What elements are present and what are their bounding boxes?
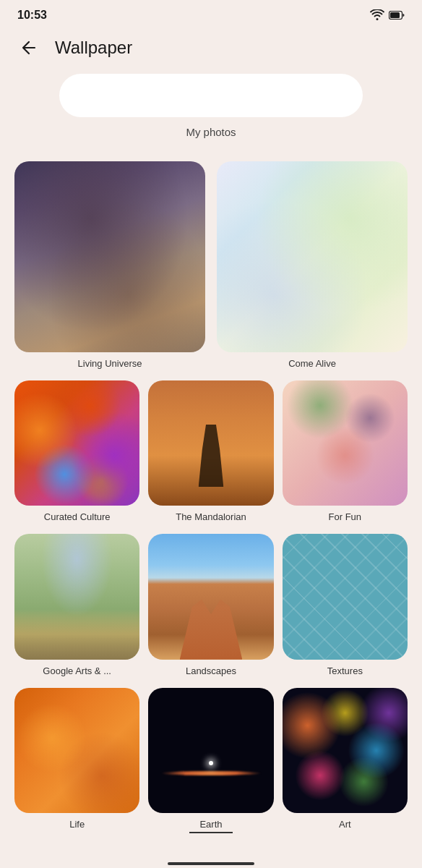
label-curated-culture: Curated Culture (44, 511, 111, 522)
thumb-life (14, 688, 139, 813)
battery-icon (389, 11, 405, 20)
small-categories-row3: Life Earth Art (14, 688, 408, 833)
label-earth: Earth (199, 819, 222, 830)
category-textures[interactable]: Textures (283, 534, 408, 676)
large-categories-grid: Living Universe Come Alive (14, 161, 408, 369)
category-mandalorian[interactable]: The Mandalorian (148, 380, 273, 522)
status-bar: 10:53 (0, 0, 422, 27)
page-title: Wallpaper (55, 38, 132, 58)
category-life[interactable]: Life (14, 688, 139, 833)
thumb-for-fun (283, 380, 408, 506)
thumb-earth (148, 688, 273, 813)
bottom-indicator (0, 856, 422, 868)
thumb-google-arts (14, 534, 139, 659)
thumb-come-alive (217, 161, 408, 352)
category-curated-culture[interactable]: Curated Culture (14, 380, 139, 522)
status-icons (370, 9, 405, 21)
category-earth[interactable]: Earth (148, 688, 273, 833)
label-landscapes: Landscapes (186, 665, 236, 676)
thumb-living-universe (14, 161, 205, 352)
label-mandalorian: The Mandalorian (176, 511, 246, 522)
label-art: Art (339, 819, 351, 830)
thumb-mandalorian (148, 380, 273, 506)
thumb-art (283, 688, 408, 813)
categories-grid: Living Universe Come Alive Curated Cultu… (0, 150, 422, 856)
label-google-arts: Google Arts & ... (43, 665, 111, 676)
small-categories-row1: Curated Culture The Mandalorian For Fun (14, 380, 408, 522)
earth-label-container: Earth (189, 819, 233, 833)
my-photos-section[interactable]: My photos (14, 74, 408, 138)
label-come-alive: Come Alive (288, 358, 336, 369)
status-time: 10:53 (17, 9, 47, 22)
label-living-universe: Living Universe (78, 358, 142, 369)
label-life: Life (69, 819, 85, 830)
photo-pill[interactable] (59, 74, 363, 117)
small-categories-row2: Google Arts & ... Landscapes Textures (14, 534, 408, 676)
my-photos-label: My photos (186, 126, 236, 138)
svg-rect-1 (390, 12, 400, 18)
category-art[interactable]: Art (283, 688, 408, 833)
label-textures: Textures (327, 665, 363, 676)
category-for-fun[interactable]: For Fun (283, 380, 408, 522)
earth-underline (189, 832, 233, 833)
category-google-arts[interactable]: Google Arts & ... (14, 534, 139, 676)
header: Wallpaper (0, 27, 422, 74)
back-button[interactable] (14, 33, 43, 62)
thumb-textures (283, 534, 408, 659)
home-indicator-bar (168, 862, 254, 865)
wifi-icon (370, 9, 384, 21)
thumb-curated-culture (14, 380, 139, 506)
thumb-landscapes (148, 534, 273, 659)
category-living-universe[interactable]: Living Universe (14, 161, 205, 369)
category-come-alive[interactable]: Come Alive (217, 161, 408, 369)
label-for-fun: For Fun (329, 511, 362, 522)
category-landscapes[interactable]: Landscapes (148, 534, 273, 676)
